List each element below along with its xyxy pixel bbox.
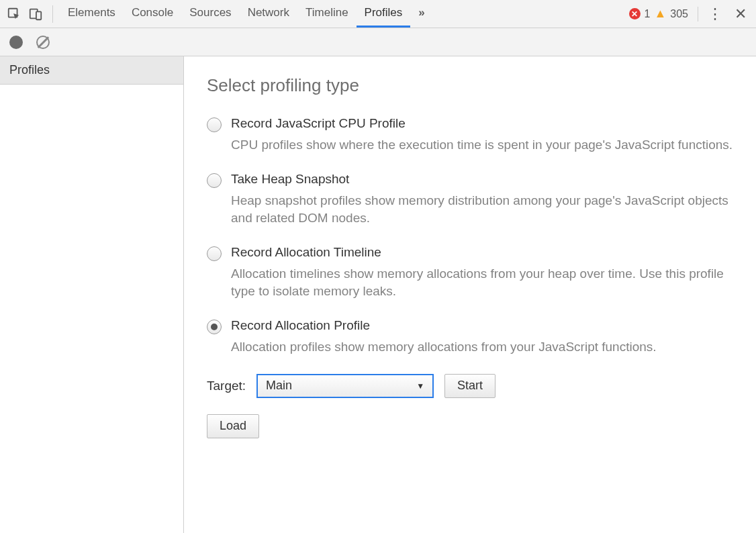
load-button[interactable]: Load bbox=[207, 414, 259, 438]
panel-tabs: Elements Console Sources Network Timelin… bbox=[60, 0, 433, 28]
tab-profiles[interactable]: Profiles bbox=[357, 0, 411, 28]
clear-icon[interactable] bbox=[36, 36, 50, 49]
sidebar-item-label: Profiles bbox=[9, 63, 50, 77]
option-allocation-timeline[interactable]: Record Allocation Timeline Allocation ti… bbox=[207, 245, 733, 301]
sidebar-item-profiles[interactable]: Profiles bbox=[0, 56, 183, 85]
tab-overflow[interactable]: » bbox=[410, 0, 432, 28]
radio-icon[interactable] bbox=[207, 246, 222, 261]
option-title: Record Allocation Timeline bbox=[231, 245, 733, 260]
option-title: Take Heap Snapshot bbox=[231, 172, 733, 187]
target-label: Target: bbox=[207, 379, 246, 393]
target-select-value: Main bbox=[266, 379, 292, 393]
option-desc: CPU profiles show where the execution ti… bbox=[231, 136, 733, 154]
profiles-sidebar: Profiles bbox=[0, 56, 184, 533]
option-text: Record JavaScript CPU Profile CPU profil… bbox=[231, 116, 733, 154]
divider bbox=[698, 7, 698, 21]
target-select[interactable]: Main ▼ bbox=[256, 374, 434, 398]
page-heading: Select profiling type bbox=[207, 75, 733, 96]
radio-icon[interactable] bbox=[207, 117, 222, 132]
inspect-element-icon[interactable] bbox=[7, 7, 21, 21]
option-heap-snapshot[interactable]: Take Heap Snapshot Heap snapshot profile… bbox=[207, 172, 733, 228]
profiles-toolbar bbox=[0, 28, 756, 56]
warning-count[interactable]: 305 bbox=[670, 8, 688, 20]
tab-sources[interactable]: Sources bbox=[181, 0, 239, 28]
option-desc: Heap snapshot profiles show memory distr… bbox=[231, 192, 733, 228]
chevron-down-icon: ▼ bbox=[416, 381, 424, 391]
error-count[interactable]: 1 bbox=[645, 8, 651, 20]
option-cpu-profile[interactable]: Record JavaScript CPU Profile CPU profil… bbox=[207, 116, 733, 154]
radio-icon[interactable] bbox=[207, 320, 222, 334]
option-text: Record Allocation Profile Allocation pro… bbox=[231, 318, 657, 356]
top-right-group: ✕ 1 ▲ 305 ⋮ ✕ bbox=[629, 5, 749, 23]
tab-console[interactable]: Console bbox=[124, 0, 181, 28]
error-badge-icon[interactable]: ✕ bbox=[629, 8, 641, 19]
tab-elements[interactable]: Elements bbox=[60, 0, 124, 28]
option-desc: Allocation timelines show memory allocat… bbox=[231, 265, 733, 301]
top-left-icon-group bbox=[7, 5, 53, 23]
close-icon[interactable]: ✕ bbox=[735, 5, 747, 23]
option-allocation-profile[interactable]: Record Allocation Profile Allocation pro… bbox=[207, 318, 733, 356]
main-split: Profiles Select profiling type Record Ja… bbox=[0, 56, 756, 533]
profiles-content: Select profiling type Record JavaScript … bbox=[184, 56, 756, 533]
tab-timeline[interactable]: Timeline bbox=[297, 0, 357, 28]
device-toggle-icon[interactable] bbox=[28, 7, 43, 21]
warning-badge-icon[interactable]: ▲ bbox=[654, 7, 666, 21]
svg-rect-2 bbox=[36, 11, 41, 19]
record-icon[interactable] bbox=[9, 36, 23, 49]
option-text: Take Heap Snapshot Heap snapshot profile… bbox=[231, 172, 733, 228]
start-button[interactable]: Start bbox=[444, 374, 495, 398]
devtools-top-bar: Elements Console Sources Network Timelin… bbox=[0, 0, 756, 28]
kebab-menu-icon[interactable]: ⋮ bbox=[708, 5, 722, 23]
option-title: Record JavaScript CPU Profile bbox=[231, 116, 733, 131]
option-text: Record Allocation Timeline Allocation ti… bbox=[231, 245, 733, 301]
option-desc: Allocation profiles show memory allocati… bbox=[231, 338, 657, 356]
target-row: Target: Main ▼ Start bbox=[207, 374, 733, 398]
option-title: Record Allocation Profile bbox=[231, 318, 657, 333]
tab-network[interactable]: Network bbox=[240, 0, 297, 28]
radio-icon[interactable] bbox=[207, 173, 222, 188]
